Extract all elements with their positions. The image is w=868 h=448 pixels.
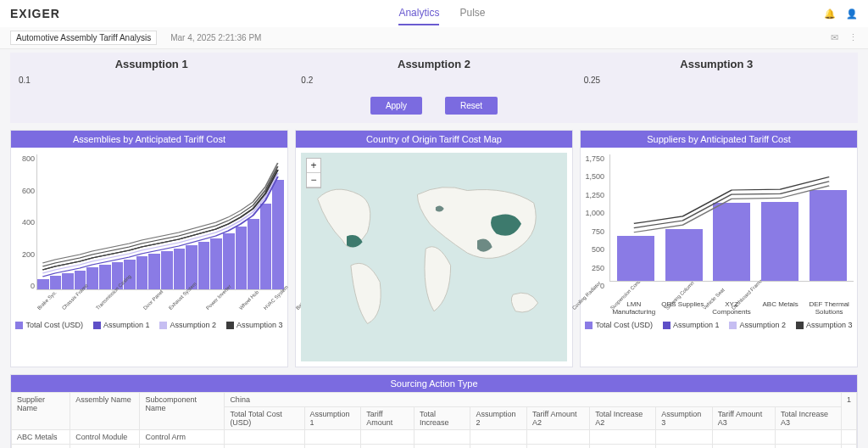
th-supplier[interactable]: Supplier Name [12,393,70,430]
xlabel: QRS Supplies [659,300,706,316]
suppliers-xlabels: LMN ManufacturingQRS SuppliesXYZ Compone… [609,300,854,316]
bar[interactable] [272,180,284,289]
xlabel: Brake Sys. [36,289,62,315]
table-row[interactable]: ABC MetalsControl ModuleControl Arm [12,430,857,445]
timestamp: Mar 4, 2025 2:21:36 PM [170,33,261,42]
bar[interactable] [248,219,259,289]
bar[interactable] [617,236,654,281]
sub-bar: Automotive Assembly Tariff Analysis Mar … [0,27,868,49]
table-body: ABC MetalsControl ModuleControl ArmDashb… [12,430,857,449]
table-panel-title: Sourcing Action Type [11,375,857,392]
assumption-1-value[interactable]: 0.1 [19,76,284,85]
table-cell: Dashboard Frame [70,445,140,449]
table-cell [712,430,775,445]
bar[interactable] [665,229,703,281]
bar[interactable] [136,256,148,289]
table-panel: Sourcing Action Type Supplier Name Assem… [10,374,858,448]
brand-logo: EXIGER [10,7,60,20]
th-extra[interactable]: 1 [841,393,856,430]
map-zoom-control: + − [306,158,321,188]
bar[interactable] [50,276,62,289]
panels-row: Assemblies by Anticipated Tariff Cost 80… [0,123,868,374]
bar[interactable] [198,242,210,289]
table-cell [12,445,70,449]
table-cell [776,430,842,445]
th-subcomponent[interactable]: Subcomponent Name [140,393,225,430]
legend-a1: Assumption 1 [93,321,150,329]
assumption-3-value[interactable]: 0.25 [584,76,849,85]
map-panel-title: Country of Origin Tariff Cost Map [296,131,572,148]
suppliers-chart: 1,7501,5001,2501,0007505002500 LMN Manuf… [581,148,857,317]
table-cell [841,430,856,445]
assumption-1: Assumption 1 0.1 [10,53,292,90]
th-ti[interactable]: Total Increase [414,407,470,430]
table-cell: Control Arm [140,430,225,445]
table-cell [361,445,415,449]
th-ti3[interactable]: Total Increase A3 [776,407,842,430]
legend-a3: Assumption 3 [796,321,853,329]
th-a1[interactable]: Assumption 1 [304,407,361,430]
tab-pulse[interactable]: Pulse [459,2,485,25]
table-cell [712,445,775,449]
mail-icon[interactable]: ✉ [831,32,838,43]
th-a2[interactable]: Assumption 2 [470,407,527,430]
bar[interactable] [260,204,272,289]
bar[interactable] [210,238,222,289]
table-cell [776,445,842,449]
th-ta3[interactable]: Tariff Amount A3 [712,407,775,430]
suppliers-panel-title: Suppliers by Anticipated Tariff Cost [581,131,857,148]
zoom-out-button[interactable]: − [307,173,320,188]
table-header-row-1: Supplier Name Assembly Name Subcomponent… [12,393,857,407]
bar[interactable] [148,254,160,289]
table-cell [656,430,713,445]
assumption-1-title: Assumption 1 [19,58,284,70]
suppliers-panel: Suppliers by Anticipated Tariff Cost 1,7… [580,130,858,367]
more-icon[interactable]: ⋮ [849,32,858,43]
table-cell [414,445,470,449]
bell-icon[interactable]: 🔔 [824,8,836,20]
bar[interactable] [223,233,235,289]
suppliers-yaxis: 1,7501,5001,2501,0007505002500 [582,154,604,290]
bar[interactable] [761,202,798,281]
th-assembly[interactable]: Assembly Name [70,393,140,430]
th-a3[interactable]: Assumption 3 [656,407,713,430]
assemblies-yaxis: 8006004002000 [13,154,35,290]
sourcing-table: Supplier Name Assembly Name Subcomponent… [11,392,857,448]
xlabel: DEF Thermal Solutions [805,300,853,316]
xlabel: Door Panel [142,289,169,316]
th-total[interactable]: Total Total Cost (USD) [225,407,304,430]
tab-analytics[interactable]: Analytics [398,2,439,25]
bar[interactable] [62,273,74,289]
apply-button[interactable]: Apply [370,97,422,115]
th-ta2[interactable]: Tariff Amount A2 [527,407,590,430]
assumption-2-value[interactable]: 0.2 [301,76,566,85]
bar[interactable] [174,249,186,289]
bar[interactable] [713,203,750,281]
table-cell: Control Module [70,430,140,445]
zoom-in-button[interactable]: + [307,159,320,173]
table-cell: ABC Metals [12,430,70,445]
bar[interactable] [99,265,111,289]
bar[interactable] [161,251,173,289]
bar[interactable] [37,279,49,289]
world-map[interactable]: + − [301,153,567,361]
th-ta[interactable]: Tariff Amount [361,407,415,430]
legend-a1: Assumption 1 [663,321,720,329]
table-cell [225,430,304,445]
table-row[interactable]: Dashboard FrameSteering Column Shaft [12,445,857,449]
th-country[interactable]: China [225,393,842,407]
breadcrumb[interactable]: Automotive Assembly Tariff Analysis [10,31,157,45]
xlabel: ABC Metals [757,300,804,316]
suppliers-legend: Total Cost (USD) Assumption 1 Assumption… [581,317,857,336]
table-cell [304,430,361,445]
bar[interactable] [236,227,248,289]
assumption-2: Assumption 2 0.2 [292,53,575,90]
assumption-3: Assumption 3 0.25 [576,53,858,90]
bar[interactable] [810,190,847,281]
xlabel: LMN Manufacturing [610,300,658,316]
th-ti2[interactable]: Total Increase A2 [590,407,656,430]
user-icon[interactable]: 👤 [846,8,858,20]
table-cell: Steering Column Shaft [140,445,225,449]
reset-button[interactable]: Reset [445,97,498,115]
assemblies-legend: Total Cost (USD) Assumption 1 Assumption… [11,317,287,336]
